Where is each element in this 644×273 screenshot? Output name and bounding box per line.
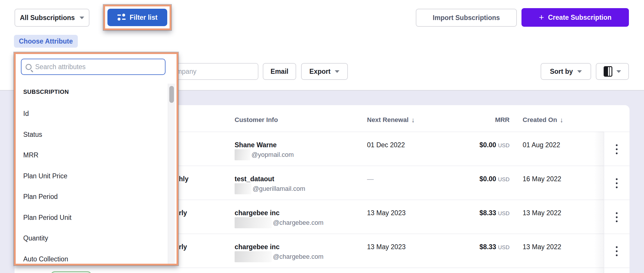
- created-on-value: 13 May 2022: [523, 241, 561, 253]
- column-view-dropdown-button[interactable]: [596, 63, 629, 80]
- next-renewal-value: —: [367, 173, 374, 185]
- column-header-mrr[interactable]: MRR: [495, 116, 510, 124]
- attribute-item-plan-period-unit[interactable]: Plan Period Unit: [16, 207, 167, 228]
- chevron-down-icon: [616, 70, 621, 73]
- column-header-created-on[interactable]: Created On ↓: [523, 116, 563, 124]
- column-header-customer-info[interactable]: Customer Info: [235, 116, 278, 124]
- attribute-item-plan-period[interactable]: Plan Period: [16, 186, 167, 207]
- sort-descending-icon[interactable]: ↓: [560, 116, 564, 124]
- export-dropdown-button[interactable]: Export: [301, 63, 348, 80]
- attribute-item-auto-collection[interactable]: Auto Collection: [16, 249, 167, 270]
- row-menu-button[interactable]: [604, 200, 629, 234]
- email-button[interactable]: Email: [263, 63, 296, 80]
- status-badge-partial: [51, 271, 92, 273]
- search-icon: [26, 64, 32, 70]
- row-menu-button[interactable]: [604, 166, 629, 200]
- sort-descending-icon[interactable]: ↓: [411, 116, 415, 124]
- mrr-value: $0.00USD: [479, 139, 510, 151]
- import-subscriptions-button[interactable]: Import Subscriptions: [416, 9, 517, 27]
- customer-email: @chargebee.com: [235, 217, 323, 229]
- next-renewal-value: 13 May 2023: [367, 207, 406, 219]
- redacted-email-blur: [235, 149, 250, 160]
- mrr-value: $0.00USD: [479, 173, 510, 185]
- filter-list-button[interactable]: Filter list: [107, 9, 167, 26]
- customer-email: @guerillamail.com: [235, 183, 305, 195]
- attribute-dropdown-annotation: SUBSCRIPTION Id Status MRR Plan Unit Pri…: [14, 52, 178, 265]
- created-on-value: 16 May 2022: [523, 173, 561, 185]
- attribute-item-id[interactable]: Id: [16, 103, 167, 124]
- actions-column-divider: [604, 132, 604, 273]
- plan-name-partial: rly: [179, 207, 187, 219]
- sort-by-dropdown-button[interactable]: Sort by: [541, 63, 591, 80]
- mrr-value: $8.33USD: [479, 241, 510, 253]
- attribute-dropdown-panel: SUBSCRIPTION Id Status MRR Plan Unit Pri…: [16, 54, 177, 264]
- redacted-email-blur: [235, 217, 272, 228]
- column-header-next-renewal[interactable]: Next Renewal ↓: [367, 116, 415, 124]
- next-renewal-value: 13 May 2023: [367, 241, 406, 253]
- row-menu-button[interactable]: [604, 234, 629, 268]
- chevron-down-icon: [577, 70, 582, 73]
- search-attributes-box[interactable]: [21, 59, 166, 75]
- choose-attribute-chip[interactable]: Choose Attribute: [14, 35, 78, 48]
- customer-email: @chargebee.com: [235, 251, 323, 263]
- attribute-list: Id Status MRR Plan Unit Price Plan Perio…: [16, 103, 167, 270]
- next-renewal-value: 01 Dec 2022: [367, 139, 405, 151]
- created-on-value: 13 May 2022: [523, 207, 561, 219]
- attribute-item-status[interactable]: Status: [16, 124, 167, 145]
- create-subscription-button[interactable]: + Create Subscription: [521, 8, 629, 27]
- redacted-email-blur: [235, 183, 251, 194]
- columns-layout-icon: [604, 66, 612, 77]
- attribute-item-mrr[interactable]: MRR: [16, 145, 167, 166]
- all-subscriptions-dropdown[interactable]: All Subscriptions: [15, 9, 89, 27]
- plan-name-partial: rly: [179, 241, 187, 253]
- customer-email: @yopmail.com: [235, 149, 294, 161]
- mrr-value: $8.33USD: [479, 207, 510, 219]
- chevron-down-icon: [335, 70, 339, 73]
- attribute-section-header: SUBSCRIPTION: [23, 89, 69, 95]
- scrollbar-track[interactable]: [168, 84, 175, 264]
- redacted-email-blur: [235, 251, 272, 262]
- plan-name-partial: hly: [179, 173, 188, 185]
- search-attributes-input[interactable]: [35, 63, 161, 71]
- scrollbar-thumb[interactable]: [169, 86, 174, 103]
- created-on-value: 01 Aug 2022: [523, 139, 560, 151]
- chevron-down-icon: [80, 17, 84, 19]
- row-menu-button[interactable]: [604, 132, 629, 166]
- attribute-item-plan-unit-price[interactable]: Plan Unit Price: [16, 166, 167, 187]
- plus-icon: +: [539, 13, 544, 22]
- scroll-edge-shadow: [594, 132, 604, 273]
- attribute-item-quantity[interactable]: Quantity: [16, 228, 167, 249]
- filter-list-annotation: Filter list: [103, 5, 171, 30]
- filter-sliders-icon: [117, 14, 126, 21]
